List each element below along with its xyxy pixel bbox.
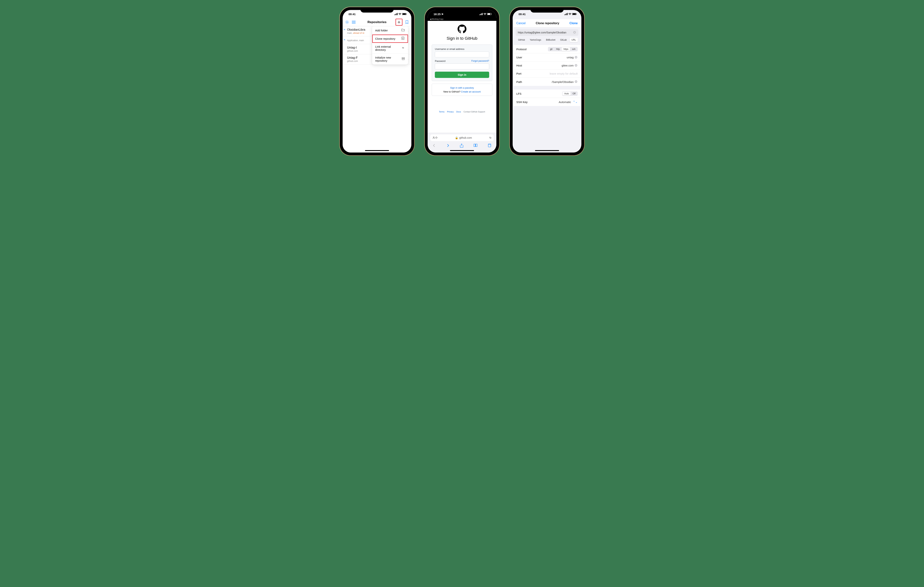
url-domain: github.com	[459, 136, 472, 139]
plus-icon[interactable]	[396, 20, 402, 25]
sshkey-label: SSH Key	[516, 100, 528, 104]
wifi-icon	[483, 13, 487, 15]
menu-init-repository[interactable]: Initialize new repository	[372, 54, 408, 64]
password-input[interactable]	[435, 64, 489, 69]
sshkey-row[interactable]: SSH Key Automatic⌃⌄	[513, 98, 581, 106]
svg-rect-3	[397, 13, 398, 15]
home-indicator	[450, 150, 474, 151]
tab-gitlab[interactable]: GitLab	[558, 38, 568, 42]
protocol-segmented[interactable]: git http https ssh	[548, 47, 578, 51]
svg-rect-23	[487, 13, 490, 15]
clone-button[interactable]: Clone	[569, 21, 578, 25]
bookmarks-icon[interactable]	[474, 144, 478, 148]
user-row[interactable]: User untag	[513, 53, 581, 61]
bookmark-icon[interactable]	[405, 20, 409, 25]
svg-rect-0	[394, 15, 395, 15]
username-input[interactable]	[435, 51, 489, 58]
svg-rect-26	[564, 15, 565, 15]
host-row[interactable]: Host gitee.com	[513, 61, 581, 70]
signin-title: Sign in to GitHub	[447, 36, 477, 41]
tabs-icon[interactable]	[487, 144, 492, 148]
menu-icon[interactable]	[351, 20, 356, 25]
repo-list[interactable]: ObsidianLibra main, ahead of re › Applic…	[343, 26, 411, 153]
svg-rect-27	[565, 14, 566, 15]
menu-add-folder[interactable]: Add folder	[372, 26, 408, 35]
notch	[446, 7, 478, 13]
connection-section: Protocol git http https ssh User untag	[513, 45, 581, 86]
footer-terms-link[interactable]: Terms	[439, 110, 444, 113]
status-icons	[564, 13, 577, 15]
breadcrumb-back[interactable]: ◀ Working Copy	[427, 18, 497, 21]
host-label: Host	[516, 64, 522, 67]
clear-icon[interactable]	[575, 80, 578, 83]
lfs-segmented[interactable]: Auto Off	[562, 91, 578, 96]
battery-icon	[487, 13, 492, 15]
clone-url-input[interactable]: https://untag@gitee.com/Sample/Obsidian	[516, 29, 578, 36]
share-icon[interactable]	[460, 144, 464, 148]
back-icon[interactable]	[432, 144, 437, 148]
menu-label: Add folder	[375, 29, 388, 32]
svg-rect-6	[406, 14, 407, 15]
port-row[interactable]: Port leave empty for default	[513, 70, 581, 78]
menu-clone-repository[interactable]: Clone repository	[372, 35, 408, 43]
home-indicator	[535, 150, 559, 151]
signin-alt-box: Sign in with a passkey New to GitHub? Cr…	[432, 84, 492, 96]
svg-rect-24	[492, 14, 492, 15]
menu-label: Clone repository	[375, 37, 395, 40]
clear-icon[interactable]	[573, 31, 576, 34]
clone-url-value: https://untag@gitee.com/Sample/Obsidian	[518, 31, 566, 34]
gear-icon[interactable]	[345, 20, 349, 25]
seg-auto[interactable]: Auto	[563, 92, 571, 95]
link-icon	[402, 46, 405, 50]
status-icons	[479, 13, 492, 15]
tab-bitbucket[interactable]: BitBucket	[544, 38, 558, 42]
seg-https[interactable]: https	[562, 47, 570, 51]
status-time: 09:41	[348, 13, 356, 16]
seg-git[interactable]: git	[548, 47, 554, 51]
create-account-link[interactable]: Create an account	[461, 90, 481, 93]
footer-support-text[interactable]: Contact GitHub Support	[464, 110, 485, 113]
footer-privacy-link[interactable]: Privacy	[447, 110, 454, 113]
footer-docs-link[interactable]: Docs	[456, 110, 461, 113]
clone-form: https://untag@gitee.com/Sample/Obsidian …	[513, 27, 581, 153]
menu-link-external[interactable]: Link external directory	[372, 43, 408, 54]
svg-rect-31	[573, 13, 576, 15]
seg-off[interactable]: Off	[571, 92, 578, 95]
clear-icon[interactable]	[575, 64, 578, 67]
signal-icon	[564, 13, 568, 15]
svg-point-8	[346, 20, 349, 24]
svg-rect-21	[482, 13, 483, 15]
tab-yarinzgogs[interactable]: YarinzGogs	[528, 38, 543, 42]
svg-rect-28	[566, 13, 567, 15]
battery-icon	[572, 13, 577, 15]
svg-rect-32	[576, 14, 577, 15]
reload-icon[interactable]: ↻	[489, 136, 492, 139]
clear-icon[interactable]	[575, 56, 578, 59]
tab-github[interactable]: GitHub	[516, 38, 527, 42]
phone-2: 18:25➤ ◀ Working Copy Sign in to GitHub …	[425, 7, 499, 155]
svg-rect-19	[480, 14, 481, 15]
path-label: Path	[516, 80, 522, 84]
screen-repositories: 09:41 Repositories	[343, 10, 411, 153]
seg-http[interactable]: http	[554, 47, 562, 51]
user-value: untag	[567, 56, 574, 59]
highlight-add	[396, 19, 403, 26]
new-to-github-text: New to GitHub?	[443, 90, 461, 93]
svg-rect-5	[403, 13, 406, 15]
wifi-icon	[568, 13, 571, 15]
tab-url[interactable]: URL	[570, 38, 578, 42]
signin-button[interactable]: Sign in	[435, 72, 489, 78]
path-row[interactable]: Path /Sample/Obsidian	[513, 78, 581, 86]
seg-ssh[interactable]: ssh	[570, 47, 578, 51]
forward-icon[interactable]	[446, 144, 450, 148]
passkey-link[interactable]: Sign in with a passkey	[450, 86, 474, 89]
url-bar[interactable]: 大小 🔒github.com ↻	[430, 135, 494, 141]
options-section: LFS Auto Off SSH Key Automatic⌃⌄	[513, 90, 581, 106]
cancel-button[interactable]: Cancel	[516, 21, 526, 25]
user-label: User	[516, 56, 522, 59]
forgot-password-link[interactable]: Forgot password?	[472, 60, 489, 62]
sshkey-value: Automatic	[559, 100, 571, 104]
aa-button[interactable]: 大小	[432, 136, 437, 140]
battery-icon	[402, 13, 407, 15]
download-icon	[401, 37, 405, 40]
